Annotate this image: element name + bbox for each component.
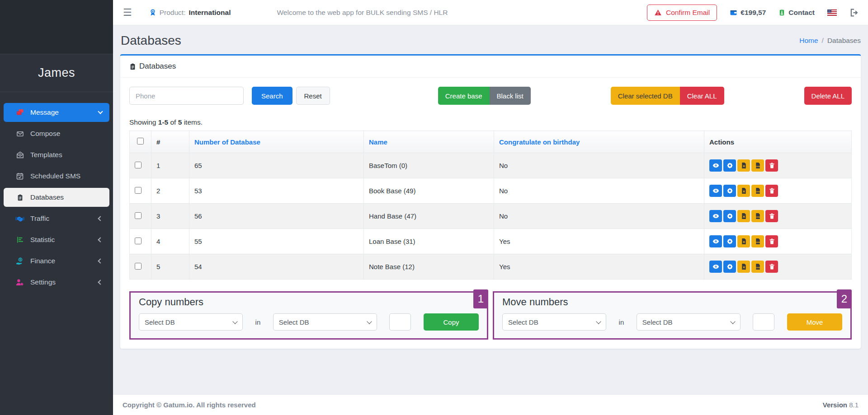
clear-actions-group: Clear selected DB Clear ALL: [611, 87, 724, 105]
sidebar-item-label: Statistic: [30, 236, 55, 244]
delete-button[interactable]: [765, 235, 778, 247]
row-checkbox[interactable]: [135, 187, 142, 194]
move-button[interactable]: Move: [787, 313, 842, 331]
confirm-email-button[interactable]: Confirm Email: [647, 5, 717, 21]
move-from-select[interactable]: Select DB: [502, 313, 606, 331]
breadcrumb-home-link[interactable]: Home: [799, 37, 818, 45]
black-list-button[interactable]: Black list: [490, 87, 531, 105]
contact-link[interactable]: Contact: [778, 9, 815, 17]
breadcrumb: Home / Databases: [799, 37, 861, 45]
reset-button[interactable]: Reset: [296, 87, 330, 105]
settings-button[interactable]: [723, 210, 736, 222]
chevron-left-icon: [98, 216, 103, 221]
sidebar-item-settings[interactable]: Settings: [4, 273, 109, 292]
export-excel-button[interactable]: [737, 235, 750, 247]
view-button[interactable]: [709, 210, 722, 222]
breadcrumb-current: Databases: [827, 37, 861, 45]
sidebar-item-databases[interactable]: Databases: [4, 188, 109, 207]
export-csv-button[interactable]: [751, 235, 764, 247]
search-button[interactable]: Search: [252, 87, 292, 105]
sidebar-item-templates[interactable]: Templates: [4, 145, 109, 164]
sidebar-item-compose[interactable]: Compose: [4, 124, 109, 143]
cell-birthday: No: [494, 178, 704, 204]
table-row: 4 55 Loan Base (31) Yes: [130, 229, 852, 254]
export-excel-button[interactable]: [737, 159, 750, 172]
in-label: in: [619, 318, 624, 326]
copy-count-input[interactable]: [389, 313, 411, 331]
column-header-db-number[interactable]: Number of Database: [189, 131, 364, 153]
phone-search-input[interactable]: [129, 87, 244, 105]
chevron-left-icon: [98, 258, 103, 263]
table-row: 1 65 BaseTom (0) No: [130, 153, 852, 178]
move-to-value: Select DB: [642, 318, 673, 326]
settings-button[interactable]: [723, 235, 736, 247]
settings-button[interactable]: [723, 261, 736, 273]
column-header-name[interactable]: Name: [364, 131, 494, 153]
move-to-select[interactable]: Select DB: [637, 313, 741, 331]
cell-db-number: 54: [189, 254, 364, 280]
row-checkbox[interactable]: [135, 238, 142, 244]
delete-button[interactable]: [765, 185, 778, 197]
row-checkbox[interactable]: [135, 212, 142, 219]
export-csv-button[interactable]: [751, 185, 764, 197]
logout-icon[interactable]: [849, 9, 858, 17]
contact-label: Contact: [788, 9, 815, 17]
export-excel-button[interactable]: [737, 210, 750, 222]
column-header-birthday[interactable]: Congratulate on birthday: [494, 131, 704, 153]
settings-button[interactable]: [723, 185, 736, 197]
sidebar-item-message[interactable]: Message: [4, 103, 109, 122]
sidebar-item-finance[interactable]: $ Finance: [4, 252, 109, 270]
move-count-input[interactable]: [753, 313, 774, 331]
svg-text:$: $: [19, 258, 22, 261]
export-excel-button[interactable]: [737, 261, 750, 273]
copy-to-select[interactable]: Select DB: [273, 313, 377, 331]
results-summary: Showing 1-5 of 5 items.: [129, 118, 852, 126]
settings-button[interactable]: [723, 159, 736, 172]
chevron-down-icon: [98, 109, 103, 114]
sidebar-toggle-icon[interactable]: ☰: [123, 8, 132, 18]
view-button[interactable]: [709, 159, 722, 172]
view-button[interactable]: [709, 185, 722, 197]
delete-button[interactable]: [765, 210, 778, 222]
column-header-actions: Actions: [704, 131, 852, 153]
sidebar-item-statistic[interactable]: Statistic: [4, 230, 109, 249]
clear-selected-db-button[interactable]: Clear selected DB: [611, 87, 680, 105]
table-row: 5 54 Note Base (12) Yes: [130, 254, 852, 280]
copy-from-select[interactable]: Select DB: [139, 313, 243, 331]
clipboard-list-icon: [129, 63, 136, 70]
export-csv-button[interactable]: [751, 210, 764, 222]
copy-button[interactable]: Copy: [424, 313, 479, 331]
sidebar-item-label: Scheduled SMS: [30, 172, 80, 180]
cell-birthday: No: [494, 204, 704, 229]
sidebar-item-scheduled-sms[interactable]: Scheduled SMS: [4, 167, 109, 186]
delete-button[interactable]: [765, 159, 778, 172]
row-checkbox[interactable]: [135, 162, 142, 168]
panel-header-title: Databases: [139, 62, 176, 71]
view-button[interactable]: [709, 261, 722, 273]
chevron-left-icon: [98, 237, 103, 242]
language-flag-us[interactable]: [827, 9, 837, 16]
export-csv-button[interactable]: [751, 261, 764, 273]
view-button[interactable]: [709, 235, 722, 247]
clear-all-button[interactable]: Clear ALL: [680, 87, 724, 105]
create-base-button[interactable]: Create base: [438, 87, 490, 105]
version-label: Version: [823, 401, 847, 409]
balance-indicator[interactable]: €199,57: [730, 9, 766, 17]
warning-triangle-icon: [654, 9, 662, 16]
move-numbers-section: 2 Move numbers Select DB in Select DB Mo…: [493, 291, 852, 340]
bulk-message-icon: [15, 108, 24, 117]
sidebar-item-label: Finance: [30, 257, 55, 265]
cell-birthday: Yes: [494, 254, 704, 280]
delete-all-button[interactable]: Delete ALL: [804, 87, 852, 105]
summary-range: 1-5: [158, 118, 168, 126]
export-csv-button[interactable]: [751, 159, 764, 172]
column-header-num: #: [151, 131, 189, 153]
delete-button[interactable]: [765, 261, 778, 273]
select-all-checkbox[interactable]: [137, 138, 144, 145]
cell-db-number: 55: [189, 229, 364, 254]
welcome-text: Welcome to the web app for BULK sending …: [277, 9, 448, 17]
export-excel-button[interactable]: [737, 185, 750, 197]
sidebar-item-traffic[interactable]: Traffic: [4, 209, 109, 228]
envelope-open-text-icon: [15, 151, 24, 159]
row-checkbox[interactable]: [135, 263, 142, 270]
